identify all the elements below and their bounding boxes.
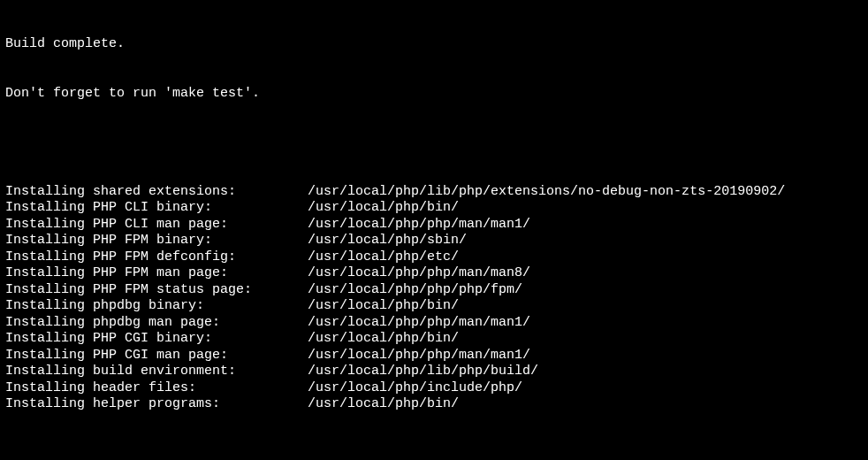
install-line-2: Installing PHP CLI man page: /usr/local/… <box>5 217 863 234</box>
install-line-0: Installing shared extensions: /usr/local… <box>5 184 863 201</box>
install-line-11: Installing build environment: /usr/local… <box>5 364 863 380</box>
install-line-8: Installing phpdbg man page: /usr/local/p… <box>5 315 863 332</box>
install-line-4: Installing PHP FPM defconfig: /usr/local… <box>5 249 863 266</box>
build-complete-line: Build complete. <box>5 36 863 53</box>
install-line-1: Installing PHP CLI binary: /usr/local/ph… <box>5 200 863 217</box>
install-line-5: Installing PHP FPM man page: /usr/local/… <box>5 265 863 282</box>
install-line-7: Installing phpdbg binary: /usr/local/php… <box>5 298 863 315</box>
install-line-6: Installing PHP FPM status page: /usr/loc… <box>5 282 863 299</box>
install-line-12: Installing header files: /usr/local/php/… <box>5 380 863 397</box>
install-line-3: Installing PHP FPM binary: /usr/local/ph… <box>5 233 863 249</box>
install-line-10: Installing PHP CGI man page: /usr/local/… <box>5 348 863 364</box>
make-test-reminder: Don't forget to run 'make test'. <box>5 86 863 103</box>
install-line-13: Installing helper programs: /usr/local/p… <box>5 396 863 413</box>
terminal[interactable]: Build complete. Don't forget to run 'mak… <box>0 0 868 460</box>
install-line-9: Installing PHP CGI binary: /usr/local/ph… <box>5 331 863 348</box>
